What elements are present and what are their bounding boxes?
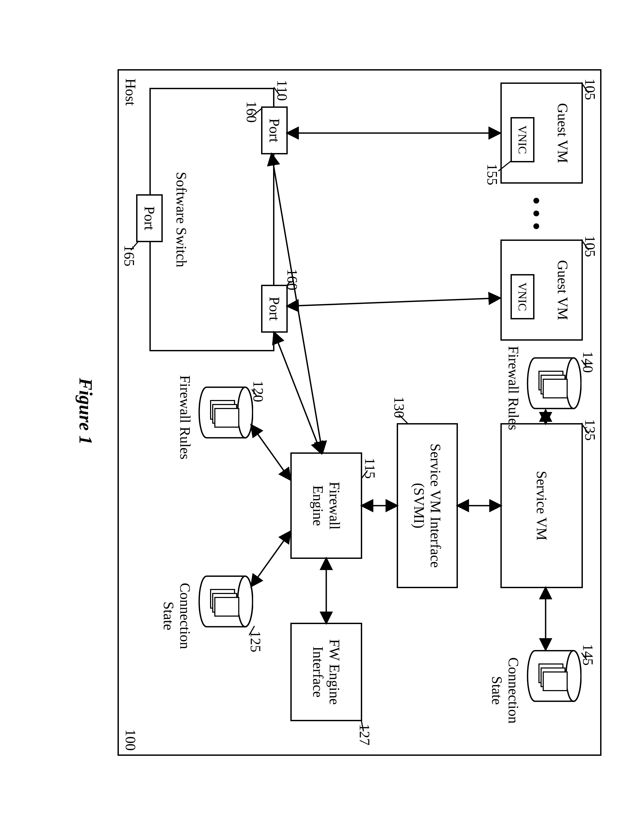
svg-line-44 (252, 426, 290, 479)
svg-line-38 (274, 333, 321, 453)
svg-line-37 (272, 155, 322, 452)
svg-line-45 (252, 532, 290, 586)
svg-line-36 (288, 298, 499, 306)
figure-caption: Figure 1 (75, 378, 96, 445)
arrows-layer (0, 0, 644, 825)
